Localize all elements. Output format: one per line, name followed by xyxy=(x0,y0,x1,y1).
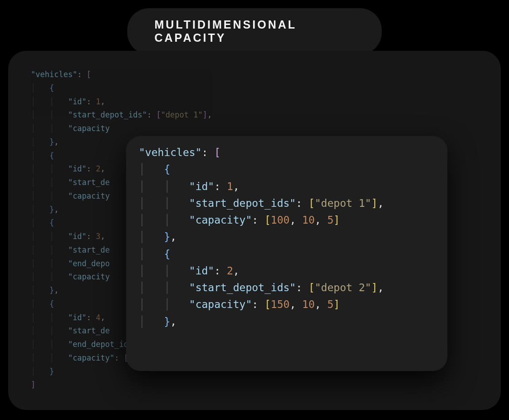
page-title: MULTIDIMENSIONAL CAPACITY xyxy=(127,8,382,54)
code-block-foreground: "vehicles": [ │ { │ │ "id": 1, │ │ "star… xyxy=(139,144,435,330)
code-card-foreground: "vehicles": [ │ { │ │ "id": 1, │ │ "star… xyxy=(126,136,447,371)
